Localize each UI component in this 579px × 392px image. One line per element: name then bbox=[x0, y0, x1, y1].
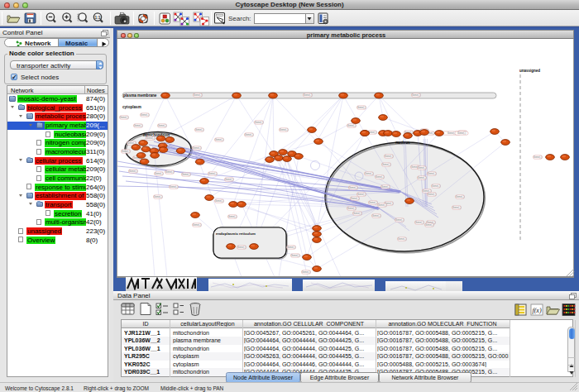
svg-text:f(x): f(x) bbox=[532, 307, 541, 314]
svg-text:plasma membrane: plasma membrane bbox=[123, 93, 157, 98]
svg-text:Gene(-): Gene(-) bbox=[428, 193, 436, 196]
svg-text:Gene(-): Gene(-) bbox=[215, 138, 223, 141]
svg-text:Gene(-): Gene(-) bbox=[369, 201, 377, 204]
svg-text:nucleus: nucleus bbox=[395, 141, 410, 145]
svg-text:Gene(-): Gene(-) bbox=[372, 214, 380, 218]
svg-text:unassigned: unassigned bbox=[519, 69, 540, 73]
svg-text:Gene(-): Gene(-) bbox=[291, 254, 299, 257]
svg-text:Gene(-): Gene(-) bbox=[357, 106, 366, 109]
svg-text:Gene(-): Gene(-) bbox=[215, 199, 223, 203]
svg-text:Gene(-): Gene(-) bbox=[381, 185, 390, 189]
svg-text:Gene(-): Gene(-) bbox=[122, 150, 130, 153]
svg-text:Gene(-): Gene(-) bbox=[155, 172, 163, 175]
svg-text:Gene(-): Gene(-) bbox=[457, 131, 466, 135]
svg-text:Gene(-): Gene(-) bbox=[347, 124, 356, 127]
svg-text:Gene(-): Gene(-) bbox=[452, 206, 461, 209]
svg-text:Gene(-): Gene(-) bbox=[237, 246, 246, 249]
svg-text:Gene(-): Gene(-) bbox=[418, 166, 426, 170]
svg-text:Gene(-): Gene(-) bbox=[165, 170, 174, 174]
svg-text:Gene(-): Gene(-) bbox=[225, 178, 233, 181]
svg-text:Gene(-): Gene(-) bbox=[428, 172, 436, 175]
svg-text:Gene(-): Gene(-) bbox=[193, 146, 201, 150]
svg-text:Gene(-): Gene(-) bbox=[378, 203, 386, 207]
svg-text:1:1: 1:1 bbox=[94, 15, 100, 20]
svg-text:Gene(-): Gene(-) bbox=[425, 223, 433, 227]
svg-text:Gene(-): Gene(-) bbox=[412, 93, 420, 97]
svg-text:Gene(-): Gene(-) bbox=[385, 155, 393, 158]
svg-text:Gene(-): Gene(-) bbox=[534, 155, 542, 159]
svg-text:Gene(-): Gene(-) bbox=[353, 212, 361, 215]
svg-text:Gene(-): Gene(-) bbox=[287, 246, 295, 249]
svg-text:Gene(-): Gene(-) bbox=[134, 124, 142, 127]
svg-text:Gene(-): Gene(-) bbox=[120, 116, 128, 119]
svg-text:Gene(-): Gene(-) bbox=[365, 172, 373, 175]
svg-text:Gene(-): Gene(-) bbox=[456, 195, 464, 198]
svg-text:Gene(-): Gene(-) bbox=[432, 184, 440, 188]
svg-text:Gene(-): Gene(-) bbox=[193, 223, 201, 227]
svg-text:Gene(-): Gene(-) bbox=[182, 173, 190, 176]
svg-text:Gene(-): Gene(-) bbox=[304, 93, 312, 97]
svg-text:Gene(-): Gene(-) bbox=[382, 163, 390, 166]
svg-text:endoplasmic reticulum: endoplasmic reticulum bbox=[216, 232, 256, 236]
svg-text:Gene(-): Gene(-) bbox=[195, 128, 203, 131]
svg-text:Gene(-): Gene(-) bbox=[347, 207, 356, 210]
svg-text:Gene(-): Gene(-) bbox=[398, 237, 406, 241]
svg-text:Gene(-): Gene(-) bbox=[395, 218, 404, 222]
svg-text:Gene(-): Gene(-) bbox=[351, 197, 359, 200]
svg-text:Gene(-): Gene(-) bbox=[447, 131, 456, 135]
svg-text:Gene(-): Gene(-) bbox=[154, 195, 162, 198]
svg-text:Gene(-): Gene(-) bbox=[418, 176, 426, 179]
svg-text:Gene(-): Gene(-) bbox=[208, 172, 217, 175]
svg-text:cytoplasm: cytoplasm bbox=[122, 105, 141, 109]
svg-text:Gene(-): Gene(-) bbox=[280, 128, 288, 131]
svg-text:Gene(-): Gene(-) bbox=[158, 124, 166, 127]
svg-text:Gene(-): Gene(-) bbox=[129, 170, 137, 173]
svg-text:Gene(-): Gene(-) bbox=[349, 186, 357, 189]
svg-text:Gene(-): Gene(-) bbox=[194, 93, 202, 97]
svg-text:Gene(-): Gene(-) bbox=[357, 193, 366, 196]
svg-text:Gene(-): Gene(-) bbox=[302, 270, 310, 274]
svg-text:Gene(-): Gene(-) bbox=[255, 121, 263, 124]
svg-text:Gene(-): Gene(-) bbox=[141, 113, 149, 117]
svg-text:Gene(-): Gene(-) bbox=[228, 215, 237, 218]
svg-text:Gene(-): Gene(-) bbox=[146, 136, 155, 140]
svg-text:Gene(-): Gene(-) bbox=[415, 221, 423, 224]
svg-text:Gene(-): Gene(-) bbox=[245, 133, 253, 136]
svg-text:Gene(-): Gene(-) bbox=[376, 175, 384, 179]
svg-text:Gene(-): Gene(-) bbox=[170, 185, 178, 189]
